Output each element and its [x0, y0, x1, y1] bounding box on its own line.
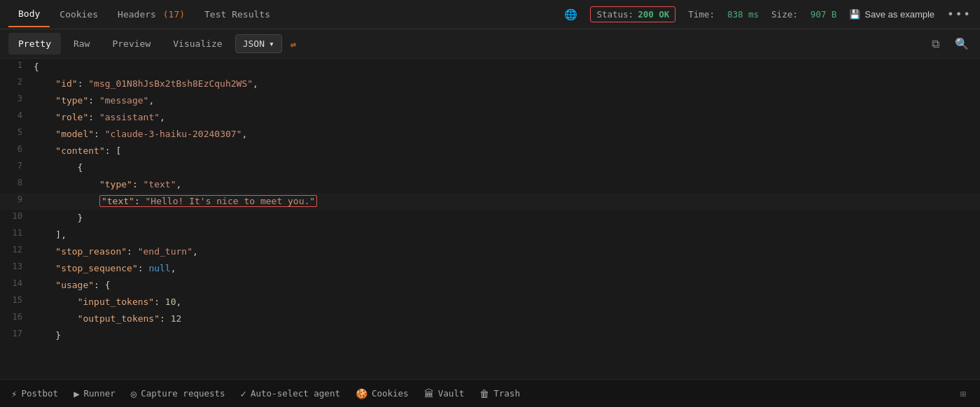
- format-selector[interactable]: JSON ▾: [235, 34, 282, 53]
- trash-button[interactable]: 🗑 Trash: [479, 388, 520, 399]
- capture-requests-button[interactable]: ◎ Capture requests: [131, 388, 225, 399]
- time-label: Time:: [688, 9, 715, 20]
- response-meta: 🌐 Status: 200 OK Time: 838 ms Size: 907 …: [564, 6, 972, 22]
- copy-button[interactable]: ⧉: [929, 35, 942, 53]
- postbot-button[interactable]: ⚡ Postbot: [11, 388, 58, 399]
- save-as-example-button[interactable]: 💾 Save as example: [849, 9, 934, 20]
- trash-icon: 🗑: [479, 388, 489, 399]
- status-value: 200 OK: [638, 9, 669, 20]
- tab-headers[interactable]: Headers (17): [108, 2, 195, 27]
- code-line: 1 {: [0, 59, 980, 76]
- code-line: 15 "input_tokens": 10,: [0, 294, 980, 310]
- cookies-icon: 🍪: [356, 388, 368, 399]
- tab-body[interactable]: Body: [8, 1, 50, 27]
- runner-icon: ▶: [74, 388, 79, 399]
- code-line: 6 "content": [: [0, 143, 980, 159]
- code-line-highlighted: 9 "text": "Hello! It's nice to meet you.…: [0, 193, 980, 210]
- code-line: 8 "type": "text",: [0, 176, 980, 193]
- size-label: Size:: [771, 9, 798, 20]
- globe-icon: 🌐: [564, 8, 578, 21]
- subtab-raw[interactable]: Raw: [64, 33, 99, 55]
- capture-icon: ◎: [131, 388, 136, 399]
- agent-icon: ✓: [241, 388, 246, 399]
- postbot-icon: ⚡: [11, 388, 17, 399]
- cookies-button[interactable]: 🍪 Cookies: [356, 388, 409, 399]
- code-line: 2 "id": "msg_01N8hJsBx2tBsh8EzCquh2WS",: [0, 76, 980, 92]
- code-line: 11 ],: [0, 227, 980, 243]
- headers-badge: (17): [163, 9, 185, 20]
- vault-button[interactable]: 🏛 Vault: [424, 388, 465, 399]
- code-line: 4 "role": "assistant",: [0, 109, 980, 126]
- code-line: 3 "type": "message",: [0, 92, 980, 109]
- code-line: 7 {: [0, 159, 980, 176]
- bottom-bar: ⚡ Postbot ▶ Runner ◎ Capture requests ✓ …: [0, 379, 980, 407]
- runner-button[interactable]: ▶ Runner: [74, 388, 115, 399]
- top-tab-bar: Body Cookies Headers (17) Test Results 🌐…: [0, 0, 980, 29]
- chevron-down-icon: ▾: [269, 38, 274, 49]
- code-line: 14 "usage": {: [0, 277, 980, 294]
- vault-icon: 🏛: [424, 388, 434, 399]
- filter-icon[interactable]: ⇌: [290, 38, 296, 50]
- search-button[interactable]: 🔍: [952, 34, 972, 53]
- layout-icon[interactable]: ⊞: [958, 385, 969, 402]
- response-body: 1 { 2 "id": "msg_01N8hJsBx2tBsh8EzCquh2W…: [0, 59, 980, 379]
- status-label: Status:: [596, 9, 634, 20]
- code-line: 12 "stop_reason": "end_turn",: [0, 243, 980, 260]
- code-line: 17 }: [0, 327, 980, 344]
- subtab-visualize[interactable]: Visualize: [163, 33, 232, 55]
- subtab-pretty[interactable]: Pretty: [8, 33, 61, 55]
- tab-cookies[interactable]: Cookies: [50, 2, 108, 27]
- code-line: 13 "stop_sequence": null,: [0, 260, 980, 277]
- tab-test-results[interactable]: Test Results: [195, 2, 280, 27]
- save-icon: 💾: [849, 9, 860, 20]
- code-line: 10 }: [0, 210, 980, 227]
- code-line: 16 "output_tokens": 12: [0, 310, 980, 327]
- sub-tab-actions: ⧉ 🔍: [929, 34, 972, 53]
- auto-select-agent-button[interactable]: ✓ Auto-select agent: [241, 388, 340, 399]
- subtab-preview[interactable]: Preview: [102, 33, 160, 55]
- code-line: 5 "model": "claude-3-haiku-20240307",: [0, 126, 980, 143]
- time-value: 838 ms: [727, 9, 759, 20]
- size-value: 907 B: [811, 9, 837, 20]
- sub-tab-bar: Pretty Raw Preview Visualize JSON ▾ ⇌ ⧉ …: [0, 29, 980, 59]
- more-options-button[interactable]: •••: [947, 8, 972, 21]
- status-box: Status: 200 OK: [590, 6, 676, 22]
